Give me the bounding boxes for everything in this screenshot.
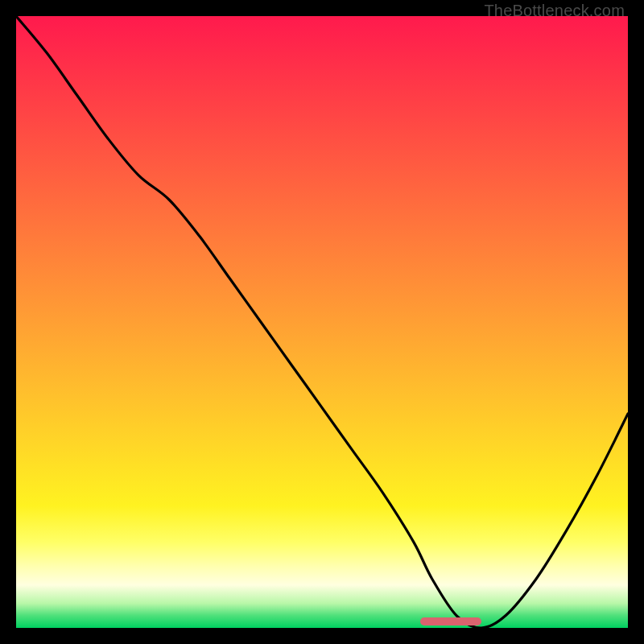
chart-frame: TheBottleneck.com (0, 0, 644, 644)
optimum-marker (420, 617, 481, 625)
bottleneck-curve (16, 16, 628, 628)
plot-area (16, 16, 628, 628)
